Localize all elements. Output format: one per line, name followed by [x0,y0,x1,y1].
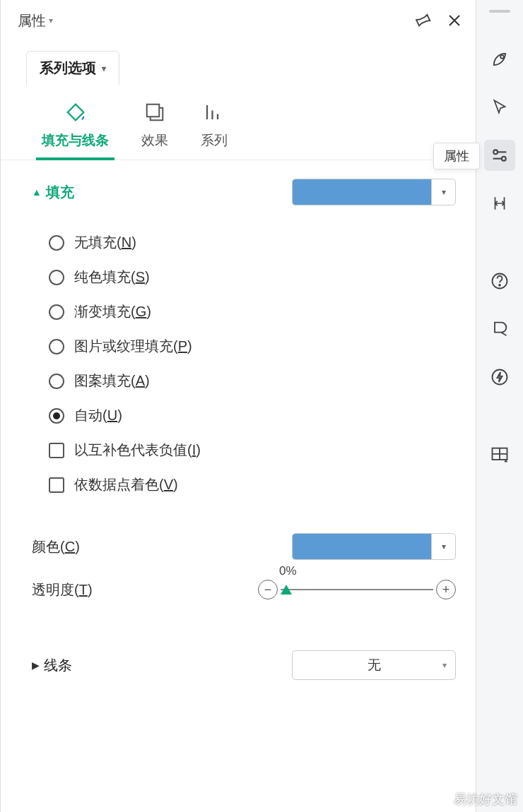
tab-label: 效果 [141,131,168,150]
caret-down-icon: ▾ [102,64,106,73]
caret-down-icon: ▾ [442,660,447,670]
sidebar-rocket[interactable] [484,44,515,75]
radio-icon [49,374,64,389]
radio-pattern-fill[interactable]: 图案填充(A) [49,364,456,398]
paint-bucket-icon [64,100,88,124]
fill-section-header[interactable]: ▲ 填充 ▾ [32,179,456,205]
bar-chart-icon [202,100,226,124]
radio-solid-fill[interactable]: 纯色填充(S) [49,260,456,294]
slider-value: 0% [279,564,297,578]
properties-panel: 属性 ▾ 系列选项 ▾ [0,0,476,812]
series-dropdown-label: 系列选项 [40,59,96,78]
radio-icon [49,235,64,251]
color-row: 颜色(C) ▾ [32,523,456,570]
line-title: 线条 [44,656,72,675]
tab-label: 填充与线条 [42,131,109,150]
watermark: 易坊好文馆 [454,791,517,808]
check-invert-negative[interactable]: 以互补色代表负值(I) [49,433,456,467]
color-label: 颜色(C) [32,537,80,556]
transparency-slider[interactable]: 0% − + [258,580,456,599]
checkbox-icon [49,477,64,493]
slider-thumb[interactable] [281,585,292,595]
pin-icon[interactable] [413,11,432,30]
transparency-row: 透明度(T) 0% − + [32,570,456,609]
fill-title: 填充 [46,183,74,202]
tab-fill-line[interactable]: 填充与线条 [42,100,109,160]
sidebar-properties[interactable]: 属性 [484,140,515,171]
caret-down-icon: ▾ [49,16,53,25]
radio-picture-fill[interactable]: 图片或纹理填充(P) [49,329,456,364]
line-section-header[interactable]: ▶ 线条 无 ▾ [32,631,456,700]
radio-auto-fill[interactable]: 自动(U) [49,398,456,433]
svg-point-3 [502,157,506,161]
caret-down-icon: ▾ [431,534,455,559]
triangle-down-icon: ▲ [32,186,42,198]
slider-track[interactable] [281,589,433,590]
panel-title-text: 属性 [18,11,46,30]
panel-header: 属性 ▾ [1,0,476,38]
sidebar-table[interactable] [484,439,515,470]
drag-handle-icon[interactable] [489,10,510,13]
check-vary-colors[interactable]: 依数据点着色(V) [49,467,456,502]
sidebar-theme[interactable] [484,314,515,345]
line-style-select[interactable]: 无 ▾ [292,650,456,680]
radio-icon [49,270,64,285]
radio-icon [49,339,64,354]
sidebar: 属性 [476,0,523,812]
svg-point-1 [500,55,504,59]
panel-title[interactable]: 属性 ▾ [18,11,53,30]
minus-button[interactable]: − [258,580,278,599]
close-icon[interactable] [446,12,463,29]
fill-color-picker[interactable]: ▾ [292,179,456,205]
checkbox-icon [49,443,64,458]
effects-icon [143,100,167,124]
triangle-right-icon: ▶ [32,659,40,671]
tab-bar: 填充与线条 效果 系列 [1,85,476,160]
color-picker[interactable]: ▾ [292,533,456,560]
radio-icon [49,304,64,320]
content-area: ▲ 填充 ▾ 无填充(N) 纯色填充(S) 渐变填充(G) [1,160,476,700]
sidebar-energy[interactable] [484,362,515,393]
svg-point-5 [499,285,500,286]
svg-point-6 [493,370,507,385]
radio-no-fill[interactable]: 无填充(N) [49,225,456,260]
sidebar-help[interactable] [484,265,515,297]
radio-icon [49,408,64,424]
tooltip: 属性 [433,143,480,169]
tab-label: 系列 [201,131,228,150]
fill-options: 无填充(N) 纯色填充(S) 渐变填充(G) 图片或纹理填充(P) 图案填充(A… [32,218,456,502]
svg-rect-0 [147,105,160,117]
caret-down-icon: ▾ [431,179,455,205]
transparency-label: 透明度(T) [32,580,93,599]
color-swatch [293,179,431,205]
series-options-dropdown[interactable]: 系列选项 ▾ [26,51,119,85]
svg-point-2 [493,150,498,154]
color-swatch [293,534,431,559]
plus-button[interactable]: + [436,580,456,599]
radio-gradient-fill[interactable]: 渐变填充(G) [49,294,456,329]
line-value: 无 [368,656,381,674]
sidebar-spacing[interactable] [484,188,515,219]
tab-series[interactable]: 系列 [201,100,228,160]
sidebar-cursor[interactable] [484,92,515,123]
tab-effects[interactable]: 效果 [141,100,168,160]
